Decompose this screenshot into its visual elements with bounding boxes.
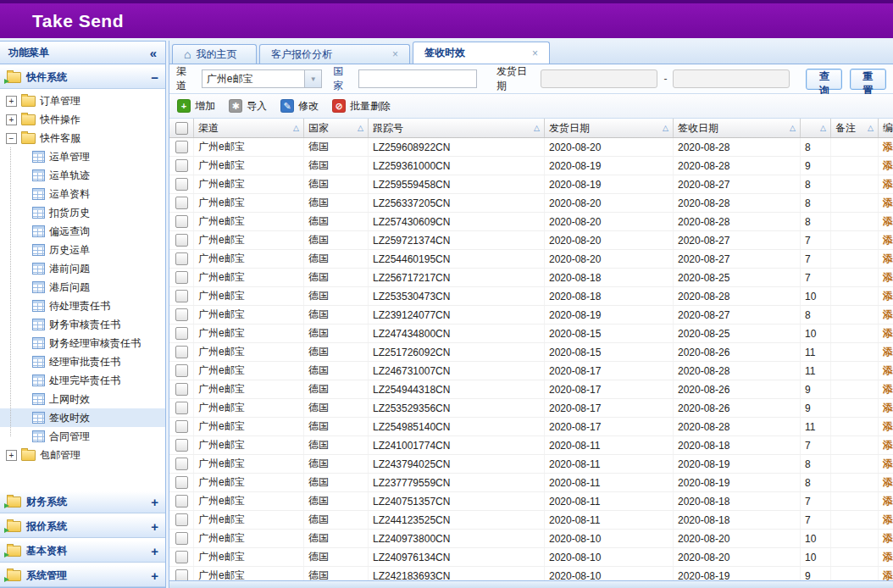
tab-home[interactable]: ⌂我的主页 [172, 44, 257, 64]
row-checkbox[interactable] [175, 290, 188, 302]
row-checkbox[interactable] [175, 159, 188, 172]
table-row[interactable]: 广州e邮宝德国LZ239124077CN2020-08-192020-08-27… [169, 306, 893, 325]
row-checkbox[interactable] [175, 569, 188, 580]
table-row[interactable]: 广州e邮宝德国LZ243794025CN2020-08-112020-08-19… [169, 455, 893, 474]
tree-leaf-item[interactable]: 待处理责任书 [0, 297, 165, 315]
sidebar-panel-express-system[interactable]: 快件系统 − [0, 66, 165, 89]
row-action-cell[interactable]: 添 [879, 175, 893, 193]
row-action-cell[interactable]: 添 [879, 436, 893, 454]
row-checkbox[interactable] [175, 346, 188, 358]
table-row[interactable]: 广州e邮宝德国LZ257430609CN2020-08-202020-08-28… [169, 213, 893, 231]
reset-button[interactable]: 重置 [850, 69, 886, 90]
row-checkbox[interactable] [175, 252, 188, 265]
row-action-cell[interactable]: 添 [879, 567, 893, 580]
table-row[interactable]: 广州e邮宝德国LZ240976134CN2020-08-102020-08-20… [169, 548, 893, 567]
col-sign-date-header[interactable]: 签收日期△ [674, 119, 801, 137]
expand-plus-icon[interactable]: + [151, 519, 158, 534]
table-row[interactable]: 广州e邮宝德国LZ259361000CN2020-08-192020-08-28… [169, 157, 893, 175]
ship-date-from-input[interactable] [541, 69, 657, 88]
sidebar-panel-基本资料[interactable]: 基本资料+ [0, 540, 165, 563]
expand-plus-icon[interactable]: + [6, 450, 17, 461]
table-row[interactable]: 广州e邮宝德国LZ259721374CN2020-08-202020-08-27… [169, 231, 893, 250]
search-button[interactable]: 查询 [806, 69, 842, 90]
tree-leaf-item[interactable]: 处理完毕责任书 [0, 371, 165, 390]
row-action-cell[interactable]: 添 [879, 418, 893, 435]
row-checkbox[interactable] [175, 458, 188, 470]
tab-item[interactable]: 签收时效× [413, 42, 550, 64]
tree-leaf-item[interactable]: 签收时效 [0, 408, 165, 427]
row-action-cell[interactable]: 添 [879, 325, 893, 342]
table-row[interactable]: 广州e邮宝德国LZ254985140CN2020-08-172020-08-28… [169, 418, 893, 436]
row-checkbox[interactable] [175, 327, 188, 340]
row-checkbox[interactable] [175, 215, 188, 228]
sort-asc-icon[interactable]: △ [790, 124, 796, 132]
row-checkbox[interactable] [175, 197, 188, 209]
table-row[interactable]: 广州e邮宝德国LZ246731007CN2020-08-172020-08-28… [169, 362, 893, 380]
table-row[interactable]: 广州e邮宝德国LZ242183693CN2020-08-102020-08-19… [169, 567, 893, 580]
table-row[interactable]: 广州e邮宝德国LZ259608922CN2020-08-202020-08-28… [169, 138, 893, 157]
country-input[interactable] [358, 69, 477, 88]
table-row[interactable]: 广州e邮宝德国LZ256717217CN2020-08-182020-08-25… [169, 269, 893, 287]
table-row[interactable]: 广州e邮宝德国LZ253529356CN2020-08-172020-08-26… [169, 399, 893, 418]
row-action-cell[interactable]: 添 [879, 492, 893, 510]
tree-folder-item[interactable]: +包邮管理 [0, 446, 165, 464]
row-action-cell[interactable]: 添 [879, 269, 893, 286]
row-checkbox[interactable] [175, 364, 188, 377]
expand-plus-icon[interactable]: + [151, 495, 158, 509]
select-all-checkbox[interactable] [175, 122, 188, 135]
sidebar-panel-系统管理[interactable]: 系统管理+ [0, 564, 165, 587]
col-note-header[interactable]: 备注△ [831, 119, 879, 137]
tree-folder-item[interactable]: +快件操作 [0, 110, 165, 129]
row-action-cell[interactable]: 添 [879, 213, 893, 230]
row-checkbox[interactable] [175, 308, 188, 321]
row-action-cell[interactable]: 添 [879, 231, 893, 249]
table-row[interactable]: 广州e邮宝德国LZ241001774CN2020-08-112020-08-18… [169, 436, 893, 455]
add-button[interactable]: +增加 [177, 99, 215, 114]
sort-asc-icon[interactable]: △ [663, 124, 668, 132]
tree-leaf-item[interactable]: 合同管理 [0, 427, 165, 446]
col-country-header[interactable]: 国家△ [304, 119, 369, 137]
tab-close-icon[interactable]: × [532, 47, 538, 59]
row-action-cell[interactable]: 添 [879, 511, 893, 529]
sort-asc-icon[interactable]: △ [534, 124, 540, 132]
pager-strip[interactable] [169, 580, 893, 588]
row-checkbox[interactable] [175, 532, 188, 545]
sort-asc-icon[interactable]: △ [358, 124, 363, 132]
sidebar-panel-财务系统[interactable]: 财务系统+ [0, 491, 165, 513]
table-row[interactable]: 广州e邮宝德国LZ244123525CN2020-08-112020-08-18… [169, 511, 893, 530]
row-action-cell[interactable]: 添 [879, 343, 893, 361]
tab-item[interactable]: 客户报价分析× [259, 44, 410, 64]
tree-leaf-item[interactable]: 港后问题 [0, 278, 165, 297]
sidebar-panel-报价系统[interactable]: 报价系统+ [0, 515, 165, 538]
row-checkbox[interactable] [175, 234, 188, 247]
row-checkbox[interactable] [175, 476, 188, 489]
tree-leaf-item[interactable]: 历史运单 [0, 241, 165, 259]
tree-folder-item[interactable]: +订单管理 [0, 92, 165, 110]
row-checkbox[interactable] [175, 439, 188, 452]
sort-asc-icon[interactable]: △ [293, 124, 299, 132]
table-row[interactable]: 广州e邮宝德国LZ253530473CN2020-08-182020-08-28… [169, 287, 893, 306]
batch-delete-button[interactable]: ⊘批量删除 [332, 99, 391, 114]
row-action-cell[interactable]: 添 [879, 138, 893, 156]
tree-leaf-item[interactable]: 港前问题 [0, 259, 165, 278]
sort-asc-icon[interactable]: △ [820, 124, 826, 132]
tree-leaf-item[interactable]: 经理审批责任书 [0, 352, 165, 371]
row-checkbox[interactable] [175, 271, 188, 284]
table-row[interactable]: 广州e邮宝德国LZ240751357CN2020-08-112020-08-18… [169, 492, 893, 511]
row-action-cell[interactable]: 添 [879, 399, 893, 417]
tree-folder-item[interactable]: −快件客服 [0, 129, 165, 147]
row-checkbox[interactable] [175, 551, 188, 563]
row-action-cell[interactable]: 添 [879, 380, 893, 398]
row-action-cell[interactable]: 添 [879, 157, 893, 175]
table-row[interactable]: 广州e邮宝德国LZ240973800CN2020-08-102020-08-20… [169, 530, 893, 548]
expand-plus-icon[interactable]: + [151, 569, 158, 583]
tree-leaf-item[interactable]: 运单管理 [0, 147, 165, 166]
col-tracking-header[interactable]: 跟踪号△ [369, 119, 545, 137]
tree-leaf-item[interactable]: 偏远查询 [0, 222, 165, 241]
table-row[interactable]: 广州e邮宝德国LZ259559458CN2020-08-192020-08-27… [169, 175, 893, 194]
expand-plus-icon[interactable]: + [6, 114, 17, 125]
row-checkbox[interactable] [175, 495, 188, 508]
col-days-header[interactable]: △ [801, 119, 831, 137]
table-row[interactable]: 广州e邮宝德国LZ254944318CN2020-08-172020-08-26… [169, 380, 893, 399]
col-ship-date-header[interactable]: 发货日期△ [545, 119, 674, 137]
